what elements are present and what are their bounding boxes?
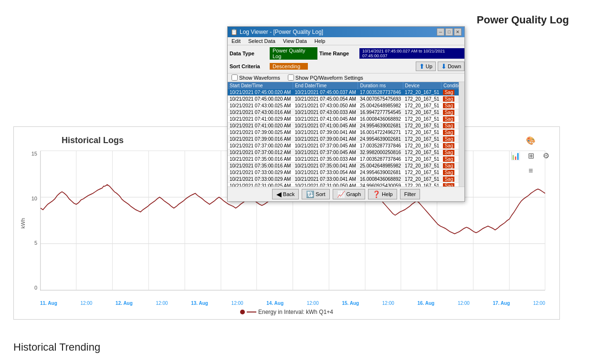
dialog-title: Log Viewer - [Power Quality Log]	[240, 29, 323, 35]
x-label-12-time2: 12:00	[156, 301, 168, 306]
cell-device: 172_20_167_51	[403, 156, 441, 163]
table-body: 10/21/2021 07:45:00.020 AM 10/21/2021 07…	[228, 89, 464, 187]
cell-end: 10/21/2021 07:33:00.041 AM	[293, 176, 358, 183]
dialog-titlebar: 📋 Log Viewer - [Power Quality Log] ─ □ ✕	[228, 27, 464, 37]
dialog-controls: ─ □ ✕	[437, 28, 462, 36]
cell-duration: 25.0042648985982	[358, 103, 403, 109]
x-label-14aug: 14. Aug	[266, 301, 284, 306]
table-row[interactable]: 10/21/2021 07:45:00.020 AM 10/21/2021 07…	[228, 89, 464, 96]
sort-button[interactable]: 🔃 Sort	[302, 189, 329, 199]
cell-end: 10/21/2021 07:41:00.045 AM	[293, 123, 358, 129]
cell-end: 10/21/2021 07:33:00.054 AM	[293, 169, 358, 176]
legend-dash	[247, 312, 256, 312]
cell-duration: 16.0008436068892	[358, 116, 403, 123]
dialog-buttons: ◀ Back 🔃 Sort 📈 Graph ❓ Help Filter	[228, 187, 464, 201]
x-label-14-time: 12:00	[307, 301, 319, 306]
cell-start: 10/21/2021 07:41:00.029 AM	[228, 116, 293, 123]
cell-device: 172_20_167_51	[403, 89, 441, 96]
dialog-table: Start Date/Time End Date/Time Duration m…	[228, 82, 464, 187]
back-button[interactable]: ◀ Back	[272, 189, 299, 199]
cell-duration: 34.0070575475693	[358, 96, 403, 103]
table-row[interactable]: 10/21/2021 07:33:00.029 AM 10/21/2021 07…	[228, 176, 464, 183]
cell-end: 10/21/2021 07:35:00.041 AM	[293, 163, 358, 169]
back-icon: ◀	[276, 190, 282, 198]
menu-view-data[interactable]: View Data	[281, 38, 309, 44]
cell-device: 172_20_167_51	[403, 176, 441, 183]
table-row[interactable]: 10/21/2021 07:35:00.016 AM 10/21/2021 07…	[228, 163, 464, 169]
table-row[interactable]: 10/21/2021 07:37:00.012 AM 10/21/2021 07…	[228, 149, 464, 156]
time-range-value: 10/14/2021 07:45:00.027 AM to 10/21/2021…	[359, 48, 464, 59]
x-label-12aug: 12. Aug	[116, 301, 133, 306]
cell-start: 10/21/2021 07:35:00.016 AM	[228, 163, 293, 169]
legend-dot	[240, 310, 245, 314]
cell-end: 10/21/2021 07:45:00.054 AM	[293, 96, 358, 103]
col-header-end: End Date/Time	[293, 82, 358, 89]
cell-end: 10/21/2021 07:45:00.037 AM	[293, 89, 358, 96]
filter-button[interactable]: Filter	[400, 189, 420, 199]
maximize-button[interactable]: □	[445, 28, 453, 36]
dialog-title-left: 📋 Log Viewer - [Power Quality Log]	[231, 29, 323, 35]
table-row[interactable]: 10/21/2021 07:35:00.016 AM 10/21/2021 07…	[228, 156, 464, 163]
dialog-icon: 📋	[231, 29, 238, 35]
graph-button[interactable]: 📈 Graph	[333, 189, 366, 199]
table-row[interactable]: 10/21/2021 07:33:00.029 AM 10/21/2021 07…	[228, 169, 464, 176]
table-row[interactable]: 10/21/2021 07:41:00.020 AM 10/21/2021 07…	[228, 123, 464, 129]
menu-help[interactable]: Help	[313, 38, 327, 44]
cell-start: 10/21/2021 07:45:00.020 AM	[228, 96, 293, 103]
y-axis-label: kWh	[20, 218, 26, 229]
x-label-17-time: 12:00	[533, 301, 545, 306]
table-row[interactable]: 10/21/2021 07:37:00.020 AM 10/21/2021 07…	[228, 143, 464, 149]
show-waveforms-checkbox[interactable]	[231, 74, 238, 81]
time-range-row: Time Range 10/14/2021 07:45:00.027 AM to…	[319, 47, 464, 60]
x-axis: 11. Aug 12:00 12. Aug 12:00 13. Aug 12:0…	[40, 301, 545, 306]
show-pq-settings-checkbox-label[interactable]: Show PQ/Waveform Settings	[288, 74, 363, 81]
data-type-label: Data Type	[230, 51, 268, 56]
cell-end: 10/21/2021 07:39:00.041 AM	[293, 129, 358, 136]
table-row[interactable]: 10/21/2021 07:43:00.016 AM 10/21/2021 07…	[228, 109, 464, 116]
cell-start: 10/21/2021 07:35:00.016 AM	[228, 156, 293, 163]
x-label-16-time: 12:00	[458, 301, 470, 306]
show-pq-settings-checkbox[interactable]	[288, 74, 294, 81]
data-type-value: Power Quality Log	[270, 47, 317, 60]
cell-device: 172_20_167_51	[403, 109, 441, 116]
show-waveforms-checkbox-label[interactable]: Show Waveforms	[231, 74, 280, 81]
cell-start: 10/21/2021 07:45:00.020 AM	[228, 89, 293, 96]
dialog-toolbar: Data Type Power Quality Log Time Range 1…	[228, 45, 464, 73]
help-button[interactable]: ❓ Help	[368, 189, 397, 199]
cell-end: 10/21/2021 07:37:00.045 AM	[293, 149, 358, 156]
legend-item: Energy in Interval: kWh Q1+4	[240, 309, 333, 315]
table-row[interactable]: 10/21/2021 07:45:00.020 AM 10/21/2021 07…	[228, 96, 464, 103]
sort-criteria-row: Sort Criteria Descending	[230, 62, 317, 71]
cell-duration: 24.9954639002681	[358, 136, 403, 143]
menu-edit[interactable]: Edit	[230, 38, 242, 44]
cell-start: 10/21/2021 07:37:00.012 AM	[228, 149, 293, 156]
power-quality-label: Power Quality Log	[477, 13, 569, 27]
sort-criteria-label: Sort Criteria	[230, 63, 268, 69]
cell-device: 172_20_167_51	[403, 96, 441, 103]
table-row[interactable]: 10/21/2021 07:39:00.016 AM 10/21/2021 07…	[228, 136, 464, 143]
table-row[interactable]: 10/21/2021 07:39:00.025 AM 10/21/2021 07…	[228, 129, 464, 136]
x-label-15aug: 15. Aug	[342, 301, 359, 306]
cell-start: 10/21/2021 07:39:00.025 AM	[228, 129, 293, 136]
cell-duration: 17.0035287737846	[358, 143, 403, 149]
table-row[interactable]: 10/21/2021 07:43:00.025 AM 10/21/2021 07…	[228, 103, 464, 109]
palette-icon[interactable]: 🎨	[525, 135, 536, 146]
minimize-button[interactable]: ─	[437, 28, 444, 36]
cell-start: 10/21/2021 07:37:00.020 AM	[228, 143, 293, 149]
close-button[interactable]: ✕	[454, 28, 462, 36]
up-button[interactable]: ⬆ Up	[416, 62, 436, 71]
menu-select-data[interactable]: Select Data	[246, 38, 277, 44]
cell-end: 10/21/2021 07:37:00.045 AM	[293, 143, 358, 149]
cell-device: 172_20_167_51	[403, 169, 441, 176]
dialog-menubar: Edit Select Data View Data Help	[228, 37, 464, 45]
cell-duration: 24.9954639002681	[358, 123, 403, 129]
down-button[interactable]: ⬇ Down	[438, 62, 464, 71]
table-row[interactable]: 10/21/2021 07:41:00.029 AM 10/21/2021 07…	[228, 116, 464, 123]
table-row[interactable]: 10/21/2021 07:31:00.025 AM 10/21/2021 07…	[228, 183, 464, 187]
col-header-duration: Duration ms	[358, 82, 403, 89]
cell-end: 10/21/2021 07:35:00.033 AM	[293, 156, 358, 163]
table-scrollbar[interactable]	[459, 82, 464, 187]
x-label-16aug: 16. Aug	[417, 301, 434, 306]
sort-icon: 🔃	[306, 190, 314, 198]
chart-title: Historical Logs	[62, 135, 124, 146]
